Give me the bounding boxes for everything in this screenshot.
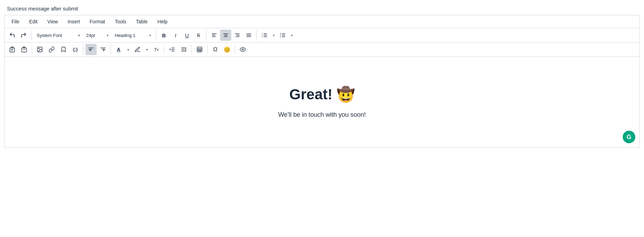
code-block-button[interactable]: {;} — [70, 44, 81, 55]
sep-11 — [235, 45, 235, 54]
menu-edit[interactable]: Edit — [25, 15, 42, 28]
outdent-button[interactable] — [166, 44, 178, 55]
toolbar-row-1: System Font ▾ 24pt ▾ Heading 1 ▾ B I U S — [5, 28, 639, 43]
italic-button[interactable]: I — [170, 30, 181, 41]
align-right-button[interactable] — [232, 30, 243, 41]
svg-point-21 — [280, 33, 281, 34]
unordered-list-chevron-icon: ▾ — [291, 33, 293, 37]
indent-button[interactable] — [178, 44, 189, 55]
ordered-list-chevron-icon: ▾ — [273, 33, 275, 37]
svg-point-23 — [280, 36, 281, 37]
insert-image-button[interactable] — [34, 44, 45, 55]
sep-9 — [192, 45, 192, 54]
unordered-list-button[interactable] — [277, 30, 288, 41]
editor-subtext: We'll be in touch with you soon! — [278, 111, 366, 118]
insert-link-button[interactable] — [46, 44, 57, 55]
redo-button[interactable] — [18, 30, 29, 41]
svg-rect-43 — [197, 47, 202, 52]
special-chars-button[interactable]: Ω — [210, 44, 221, 55]
toolbar-row-2: {;} A ▾ ▾ Tx — [5, 43, 639, 57]
font-size-dropdown[interactable]: 24pt ▾ — [83, 30, 111, 41]
svg-rect-25 — [10, 48, 15, 52]
sep-3 — [206, 30, 207, 40]
svg-rect-29 — [22, 48, 27, 52]
svg-text:3: 3 — [262, 36, 263, 38]
underline-button[interactable]: U — [181, 30, 193, 41]
editor-container: File Edit View Insert Format Tools Table… — [4, 15, 640, 148]
list-group: 123 ▾ ▾ — [259, 30, 295, 41]
heading-style-dropdown[interactable]: Heading 1 ▾ — [112, 30, 154, 41]
align-center-button[interactable] — [220, 30, 231, 41]
clear-format-button[interactable]: Tx — [151, 44, 162, 55]
insert-table-button[interactable] — [194, 44, 205, 55]
font-color-button[interactable]: A — [113, 44, 124, 55]
text-format-group: B I U S — [158, 30, 204, 41]
menu-help[interactable]: Help — [153, 15, 172, 28]
sep-10 — [207, 45, 208, 54]
heading-style-label: Heading 1 — [115, 33, 135, 38]
menu-insert[interactable]: Insert — [63, 15, 84, 28]
insert-bookmark-button[interactable] — [58, 44, 69, 55]
menu-format[interactable]: Format — [85, 15, 109, 28]
menu-view[interactable]: View — [43, 15, 62, 28]
bold-button[interactable]: B — [158, 30, 170, 41]
page-label: Success message after submit — [0, 0, 644, 15]
ltr-button[interactable] — [97, 44, 108, 55]
paste-text-button[interactable] — [18, 44, 30, 55]
menu-file[interactable]: File — [7, 15, 24, 28]
font-family-label: System Font — [37, 33, 62, 38]
ordered-list-button[interactable]: 123 — [259, 30, 270, 41]
sep-5 — [32, 45, 32, 54]
font-size-chevron-icon: ▾ — [107, 33, 108, 37]
sep-2 — [156, 30, 156, 40]
menu-bar: File Edit View Insert Format Tools Table… — [5, 15, 639, 28]
sep-8 — [164, 45, 164, 54]
paste-button[interactable] — [7, 44, 18, 55]
ordered-list-chevron[interactable]: ▾ — [270, 30, 277, 41]
svg-point-32 — [38, 48, 39, 49]
align-justify-button[interactable] — [243, 30, 254, 41]
editor-heading: Great! 🤠 — [289, 86, 354, 103]
sep-1 — [31, 30, 32, 40]
highlight-chevron[interactable]: ▾ — [144, 44, 150, 55]
undo-button[interactable] — [7, 30, 18, 41]
grammarly-badge[interactable]: G — [623, 131, 635, 143]
undo-redo-group — [7, 30, 29, 41]
rtl-button[interactable] — [85, 44, 97, 55]
menu-tools[interactable]: Tools — [111, 15, 130, 28]
heading-style-chevron-icon: ▾ — [149, 33, 151, 37]
svg-point-22 — [280, 35, 281, 36]
sep-4 — [256, 30, 257, 40]
font-family-chevron-icon: ▾ — [78, 33, 80, 37]
svg-point-48 — [242, 49, 244, 51]
preview-button[interactable] — [237, 44, 248, 55]
highlight-button[interactable] — [132, 44, 143, 55]
font-color-chevron[interactable]: ▾ — [125, 44, 131, 55]
align-left-button[interactable] — [209, 30, 220, 41]
font-color-chevron-icon: ▾ — [127, 48, 129, 52]
sep-7 — [111, 45, 111, 54]
editor-content-area[interactable]: Great! 🤠 We'll be in touch with you soon… — [5, 57, 639, 147]
font-size-label: 24pt — [86, 33, 95, 38]
alignment-group — [209, 30, 254, 41]
sep-6 — [83, 45, 83, 54]
font-family-dropdown[interactable]: System Font ▾ — [34, 30, 83, 41]
emoji-button[interactable]: 😊 — [222, 44, 233, 55]
strikethrough-button[interactable]: S — [193, 30, 204, 41]
unordered-list-chevron[interactable]: ▾ — [289, 30, 295, 41]
highlight-chevron-icon: ▾ — [146, 48, 148, 52]
menu-table[interactable]: Table — [132, 15, 152, 28]
